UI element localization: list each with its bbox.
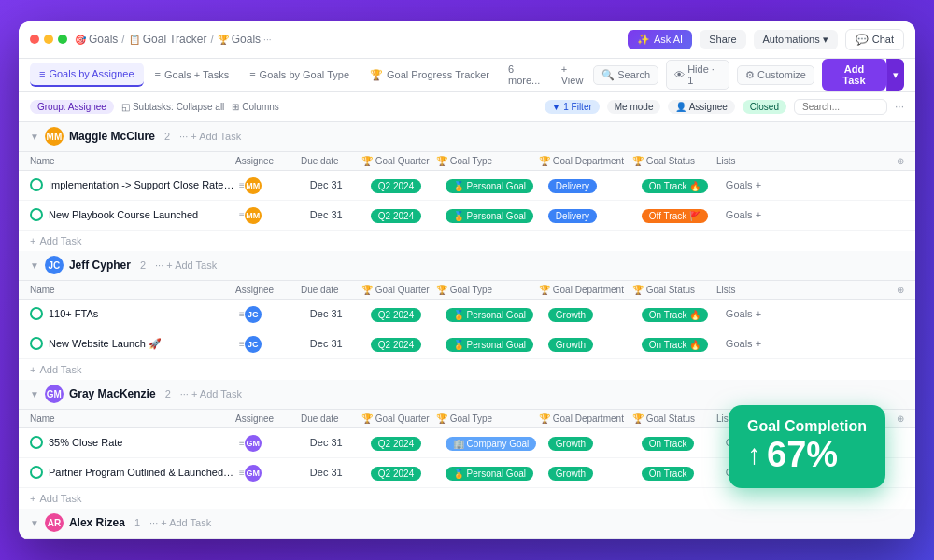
section-chevron[interactable]: ▼ (30, 389, 39, 399)
section-avatar: AR (45, 513, 64, 532)
col-add-icon[interactable]: ⊕ (897, 285, 904, 295)
task-duedate: Dec 31 (310, 437, 371, 448)
task-status: On Track 🔥 (642, 176, 726, 193)
section-header-3[interactable]: ▼ AR Alex Rizea 1 ··· + Add Task (19, 509, 915, 539)
task-checkbox[interactable] (30, 208, 43, 221)
col-status: 🏆 Goal Status (632, 285, 716, 295)
task-name: 35% Close Rate (49, 437, 235, 448)
task-assignee: GM (245, 463, 310, 482)
add-task-chevron[interactable]: ▾ (886, 59, 904, 91)
filter-badge[interactable]: ▼ 1 Filter (545, 100, 600, 114)
task-dept: Growth (548, 434, 642, 451)
table-row[interactable]: New Website Launch 🚀 ≡ JC Dec 31 Q2 2024… (19, 329, 915, 359)
section-avatar: GM (45, 385, 64, 403)
task-type: 🏅 Personal Goal (446, 335, 548, 352)
table-row[interactable]: Implementation -> Support Close Rate of … (19, 171, 915, 201)
task-dept: Growth (548, 305, 642, 322)
col-assignee: Assignee (235, 156, 301, 166)
task-duedate: Dec 31 (310, 308, 371, 319)
task-checkbox[interactable] (30, 466, 43, 479)
section-count: 2 (164, 131, 170, 142)
section-chevron[interactable]: ▼ (30, 518, 39, 528)
group-badge[interactable]: Group: Assignee (30, 100, 114, 114)
maximize-dot[interactable] (58, 35, 67, 44)
section-add-task[interactable]: ··· + Add Task (179, 131, 241, 142)
task-type: 🏅 Personal Goal (446, 464, 548, 481)
breadcrumb-goals1[interactable]: 🎯 Goals (75, 33, 118, 46)
table-row[interactable]: 110+ FTAs ≡ JC Dec 31 Q2 2024 🏅 Personal… (19, 300, 915, 329)
goal-completion-pct: ↑ 67% (747, 435, 867, 475)
task-checkbox[interactable] (30, 178, 43, 191)
add-task-row[interactable]: + Add Task (19, 231, 915, 251)
search-button[interactable]: 🔍 Search (593, 65, 658, 85)
col-duedate: Due date (301, 156, 361, 166)
col-assignee: Assignee (235, 285, 301, 295)
hide-button[interactable]: 👁 Hide · 1 (666, 60, 729, 90)
ask-ai-button[interactable]: ✨ Ask AI (628, 30, 692, 49)
task-lists: Goals + (726, 179, 782, 190)
tab-add-view[interactable]: + View (561, 63, 592, 86)
col-add-icon[interactable]: ⊕ (897, 413, 904, 424)
arrow-up-icon: ↑ (747, 439, 761, 470)
task-type: 🏅 Personal Goal (446, 305, 548, 322)
section-chevron[interactable]: ▼ (30, 132, 39, 142)
automations-button[interactable]: Automations ▾ (754, 30, 838, 49)
section-name: Maggie McClure (69, 130, 155, 143)
minimize-dot[interactable] (44, 35, 53, 44)
table-row[interactable]: New Playbook Course Launched ≡ MM Dec 31… (19, 201, 915, 231)
close-dot[interactable] (30, 35, 39, 44)
add-task-group: Add Task ▾ (822, 59, 904, 91)
section-header-0[interactable]: ▼ MM Maggie McClure 2 ··· + Add Task (19, 122, 915, 152)
closed-badge[interactable]: Closed (743, 100, 786, 114)
titlebar: 🎯 Goals / 📋 Goal Tracker / 🏆 Goals ··· ✨ (19, 21, 915, 59)
task-dept: Delivery (548, 206, 642, 223)
task-checkbox[interactable] (30, 436, 43, 449)
col-add-icon[interactable]: ⊕ (897, 156, 904, 166)
task-checkbox[interactable] (30, 337, 43, 350)
task-status: On Track (642, 434, 726, 451)
task-checkbox[interactable] (30, 307, 43, 320)
add-task-button[interactable]: Add Task (822, 59, 886, 91)
section-avatar: JC (45, 256, 64, 274)
col-lists: Lists (716, 285, 772, 295)
task-duedate: Dec 31 (310, 467, 371, 478)
task-quarter: Q2 2024 (371, 176, 446, 193)
section-count: 2 (165, 388, 171, 399)
col-headers-0: Name Assignee Due date 🏆 Goal Quarter 🏆 … (19, 152, 915, 171)
task-quarter: Q2 2024 (371, 335, 446, 352)
task-name: Partner Program Outlined & Launched 🚀 (49, 467, 235, 479)
add-task-row[interactable]: + Add Task (19, 359, 915, 380)
tab-goals-by-type[interactable]: ≡ Goals by Goal Type (240, 63, 359, 86)
me-mode-badge[interactable]: Me mode (607, 100, 661, 114)
task-assignee: MM (245, 205, 310, 224)
titlebar-actions: ✨ Ask AI Share Automations ▾ 💬 Chat (628, 29, 904, 50)
col-duedate: Due date (301, 413, 361, 424)
section-add-task[interactable]: ··· + Add Task (180, 388, 242, 399)
task-name: New Website Launch 🚀 (49, 338, 235, 350)
window-controls (30, 35, 67, 44)
more-options-icon[interactable]: ··· (895, 100, 904, 113)
task-duedate: Dec 31 (310, 209, 371, 220)
chat-button[interactable]: 💬 Chat (845, 29, 904, 50)
customize-button[interactable]: ⚙ Customize (737, 65, 814, 85)
tab-goal-progress[interactable]: 🏆 Goal Progress Tracker (361, 63, 499, 87)
breadcrumb-tracker[interactable]: 📋 Goal Tracker (129, 33, 207, 46)
subtasks-filter[interactable]: ◱ Subtasks: Collapse all (121, 102, 224, 112)
add-task-row[interactable]: + Add Task (19, 488, 915, 509)
tab-goals-by-assignee[interactable]: ≡ Goals by Assignee (30, 63, 144, 87)
section-chevron[interactable]: ▼ (30, 260, 39, 271)
breadcrumb-goals2[interactable]: 🏆 Goals ··· (218, 33, 272, 46)
section-add-task[interactable]: ··· + Add Task (155, 259, 217, 271)
section-add-task[interactable]: ··· + Add Task (149, 517, 211, 528)
columns-filter[interactable]: ⊞ Columns (232, 102, 278, 112)
section-header-1[interactable]: ▼ JC Jeff Cypher 2 ··· + Add Task (19, 251, 915, 281)
col-dept: 🏆 Goal Department (539, 285, 632, 295)
tab-goals-tasks[interactable]: ≡ Goals + Tasks (146, 63, 239, 86)
search-input[interactable] (794, 99, 887, 115)
share-button[interactable]: Share (700, 30, 745, 49)
tab-more[interactable]: 6 more... (501, 58, 556, 91)
col-dept: 🏆 Goal Department (539, 413, 632, 424)
section-name: Jeff Cypher (69, 259, 131, 272)
assignee-badge[interactable]: 👤 Assignee (668, 100, 734, 114)
col-name: Name (30, 285, 235, 295)
